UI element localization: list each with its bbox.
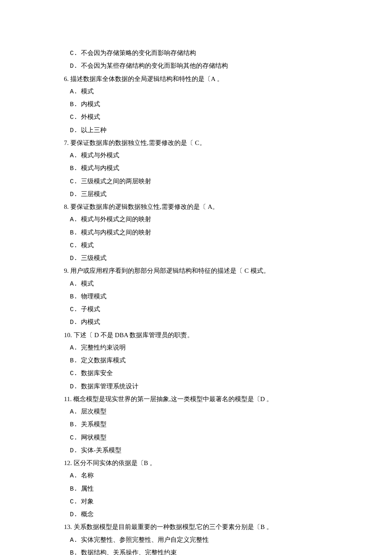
option-label: A. [70,214,79,226]
option-label: C. [70,432,79,444]
option-text: 实体完整性、参照完整性、用户自定义完整性 [79,536,209,543]
option-text: 模式 [79,242,94,249]
option-label: B. [70,483,79,495]
option-text: 不会因为某些存储结构的变化而影响其他的存储结构 [79,62,228,69]
option-line: A. 完整性约束说明 [64,341,328,354]
option-label: B. [70,419,79,431]
option-line: B. 关系模型 [64,418,328,431]
document-body: C. 不会因为存储策略的变化而影响存储结构D. 不会因为某些存储结构的变化而影响… [64,47,328,555]
question-stem: 9. 用户或应用程序看到的那部分局部逻辑结构和特征的描述是〔 C 模式。 [64,265,328,277]
question-number: 8. [64,203,69,210]
option-text: 数据库管理系统设计 [79,383,138,390]
option-label: A. [70,150,79,162]
option-text: 内模式 [79,101,100,107]
option-line: C. 不会因为存储策略的变化而影响存储结构 [64,47,328,60]
option-text: 完整性约束说明 [79,344,126,351]
option-text: 三级模式 [79,254,107,261]
option-line: B. 内模式 [64,98,328,111]
option-text: 名称 [79,472,94,479]
question-text: 下述〔 D 不是 DBA 数据库管理员的职责。 [72,332,193,338]
question-number: 10. [64,332,72,338]
question-stem: 10. 下述〔 D 不是 DBA 数据库管理员的职责。 [64,329,328,341]
option-text: 模式 [79,280,94,287]
question-number: 9. [64,267,69,274]
option-text: 关系模型 [79,421,107,428]
option-text: 模式 [79,88,94,95]
option-text: 外模式 [79,113,100,120]
option-label: B. [70,547,79,555]
option-line: C. 三级模式之间的两层映射 [64,175,328,188]
option-label: C. [70,496,79,508]
option-text: 数据结构、关系操作、完整性约束 [79,549,177,555]
question-stem: 11. 概念模型是现实世界的第一层抽象,这一类模型中最著名的模型是〔D 。 [64,393,328,405]
option-line: C. 模式 [64,239,328,252]
option-label: D. [70,316,79,329]
option-text: 以上三种 [79,127,107,133]
option-text: 不会因为存储策略的变化而影响存储结构 [79,49,196,56]
option-label: D. [70,381,79,393]
question-text: 概念模型是现实世界的第一层抽象,这一类模型中最著名的模型是〔D 。 [72,396,273,402]
option-text: 子模式 [79,306,100,312]
question-text: 描述数据库全体数据的全局逻辑结构和特性的是〔A 。 [69,75,223,82]
option-label: D. [70,509,79,521]
option-line: C. 对象 [64,495,328,508]
option-text: 实体-关系模型 [79,447,121,454]
option-label: A. [70,278,79,290]
option-label: C. [70,176,79,188]
option-label: D. [70,188,79,201]
option-label: D. [70,60,79,72]
option-line: D. 三层模式 [64,188,328,201]
question-text: 要保证数据库的逻辑数据独立性,需要修改的是〔 A。 [69,203,219,210]
option-line: B. 模式与内模式之间的映射 [64,226,328,239]
question-text: 用户或应用程序看到的那部分局部逻辑结构和特征的描述是〔 C 模式。 [69,267,269,274]
option-line: B. 数据结构、关系操作、完整性约束 [64,546,328,555]
question-number: 7. [64,139,69,146]
option-label: B. [70,355,79,367]
option-text: 层次模型 [79,408,107,415]
option-label: D. [70,445,79,457]
question-stem: 13. 关系数据模型是目前最重要的一种数据模型,它的三个要素分别是〔B 。 [64,521,328,533]
question-number: 11. [64,396,72,402]
option-line: B. 模式与内模式 [64,162,328,175]
option-text: 模式与内模式 [79,165,119,171]
option-label: B. [70,98,79,111]
option-line: C. 子模式 [64,303,328,316]
option-label: A. [70,406,79,418]
option-label: C. [70,367,79,380]
option-label: C. [70,304,79,316]
option-text: 定义数据库模式 [79,357,126,364]
option-line: D. 以上三种 [64,124,328,137]
option-line: C. 外模式 [64,111,328,124]
option-text: 内模式 [79,318,100,325]
option-label: A. [70,534,79,546]
option-line: D. 不会因为某些存储结构的变化而影响其他的存储结构 [64,60,328,72]
question-text: 区分不同实体的依据是〔B 。 [72,460,156,466]
option-line: B. 物理模式 [64,290,328,303]
option-text: 概念 [79,511,94,517]
option-text: 数据库安全 [79,370,113,376]
option-label: D. [70,124,79,137]
question-stem: 12. 区分不同实体的依据是〔B 。 [64,457,328,469]
option-label: C. [70,111,79,124]
option-label: A. [70,86,79,98]
option-line: A. 名称 [64,469,328,482]
question-stem: 6. 描述数据库全体数据的全局逻辑结构和特性的是〔A 。 [64,73,328,85]
option-text: 模式与内模式之间的映射 [79,229,151,236]
option-label: A. [70,470,79,482]
question-number: 13. [64,523,72,530]
option-text: 三层模式 [79,191,107,197]
question-text: 要保证数据库的数据独立性,需要修改的是〔 C。 [69,139,205,146]
option-text: 属性 [79,485,94,492]
option-label: D. [70,252,79,265]
option-text: 网状模型 [79,434,107,441]
option-text: 三级模式之间的两层映射 [79,178,151,185]
option-text: 模式与外模式 [79,152,119,159]
option-line: C. 数据库安全 [64,367,328,380]
option-label: B. [70,227,79,239]
option-label: C. [70,240,79,252]
question-stem: 8. 要保证数据库的逻辑数据独立性,需要修改的是〔 A。 [64,201,328,213]
option-line: C. 网状模型 [64,431,328,444]
option-label: B. [70,291,79,303]
option-label: C. [70,47,79,60]
question-stem: 7. 要保证数据库的数据独立性,需要修改的是〔 C。 [64,137,328,149]
